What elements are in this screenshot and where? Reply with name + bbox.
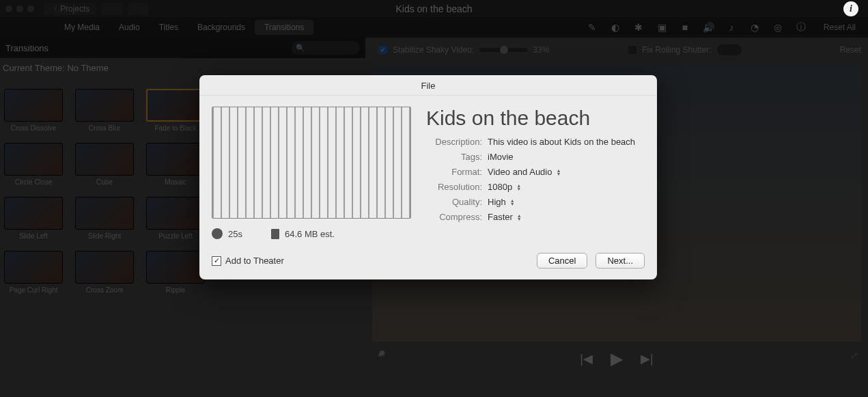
transition-cell[interactable]: Mosaic xyxy=(146,143,205,186)
transition-thumbnail xyxy=(4,143,63,176)
transition-label: Page Curl Right xyxy=(10,286,58,294)
transition-thumbnail xyxy=(75,143,134,176)
transition-thumbnail xyxy=(4,251,63,284)
export-filesize: 64.6 MB est. xyxy=(285,229,335,239)
tab-transitions[interactable]: Transitions xyxy=(255,20,313,35)
clock-icon xyxy=(212,228,223,239)
color-wheel-icon[interactable]: ✱ xyxy=(633,22,644,33)
checkmark-icon: ✓ xyxy=(212,256,221,266)
transition-label: Mosaic xyxy=(165,178,186,186)
transition-label: Cube xyxy=(96,178,113,186)
prev-frame-button[interactable]: |◀ xyxy=(580,351,593,366)
fullscreen-icon[interactable]: ⤢ xyxy=(850,350,858,361)
tags-input[interactable]: iMovie xyxy=(488,152,514,162)
transition-cell[interactable]: Cube xyxy=(75,143,134,186)
add-to-theater-checkbox[interactable]: ✓ Add to Theater xyxy=(212,256,284,266)
transition-label: Cross Dissolve xyxy=(11,124,57,132)
transition-thumbnail xyxy=(146,197,205,230)
rolling-shutter-label: Fix Rolling Shutter: xyxy=(642,45,711,55)
next-frame-button[interactable]: ▶| xyxy=(641,351,654,366)
transition-label: Cross Zoom xyxy=(86,286,123,294)
tab-my-media[interactable]: My Media xyxy=(55,20,109,35)
theme-value: No Theme xyxy=(67,63,108,73)
next-button[interactable]: Next... xyxy=(596,253,645,269)
file-icon xyxy=(271,229,279,239)
transition-cell[interactable]: Puzzle Left xyxy=(146,197,205,240)
tab-backgrounds[interactable]: Backgrounds xyxy=(188,20,255,35)
transition-cell[interactable]: Page Curl Right xyxy=(4,251,63,294)
quality-select[interactable]: High xyxy=(488,197,506,207)
section-header: Transitions xyxy=(5,43,48,53)
transition-cell[interactable]: Slide Left xyxy=(4,197,63,240)
transition-thumbnail xyxy=(4,89,63,122)
transition-label: Cross Blur xyxy=(89,124,121,132)
transition-thumbnail xyxy=(4,197,63,230)
stabilize-reset-button[interactable]: Reset xyxy=(840,45,861,55)
resolution-label: Resolution: xyxy=(426,182,482,192)
transition-label: Fade to Black xyxy=(154,124,196,132)
add-to-theater-label: Add to Theater xyxy=(225,256,284,266)
stabilize-label: Stabilize Shaky Video: xyxy=(393,45,474,55)
compress-select[interactable]: Faster xyxy=(488,212,513,222)
search-input[interactable]: 🔍 xyxy=(292,41,360,55)
tab-audio[interactable]: Audio xyxy=(109,20,150,35)
volume-icon[interactable]: 🔊 xyxy=(703,22,714,33)
transition-cell[interactable]: Slide Right xyxy=(75,197,134,240)
equalizer-icon[interactable]: ♪ xyxy=(726,22,737,33)
transition-cell[interactable]: Cross Blur xyxy=(75,89,134,132)
description-label: Description: xyxy=(426,137,482,147)
transition-thumbnail xyxy=(75,89,134,122)
transition-cell[interactable]: Cross Zoom xyxy=(75,251,134,294)
stabilize-checkbox[interactable]: ✓ xyxy=(379,46,387,54)
transition-cell[interactable]: Fade to Black xyxy=(146,89,205,132)
color-balance-icon[interactable]: ◐ xyxy=(610,22,621,33)
info-icon[interactable]: i xyxy=(843,1,858,16)
description-input[interactable]: This video is about Kids on the beach xyxy=(488,137,635,147)
project-title: Kids on the beach xyxy=(0,3,868,14)
overlay-icon[interactable]: ◎ xyxy=(772,22,783,33)
format-stepper-icon[interactable]: ▲▼ xyxy=(556,169,561,176)
crop-icon[interactable]: ▣ xyxy=(656,22,667,33)
theme-label: Current Theme: xyxy=(3,63,65,73)
compress-label: Compress: xyxy=(426,212,482,222)
compress-stepper-icon[interactable]: ▲▼ xyxy=(517,214,522,221)
transition-label: Ripple xyxy=(166,286,185,294)
export-project-name: Kids on the beach xyxy=(426,107,645,130)
transition-label: Slide Right xyxy=(88,232,121,240)
transition-label: Slide Left xyxy=(19,232,48,240)
stabilize-slider[interactable] xyxy=(479,48,527,52)
export-file-dialog: File 25s 64.6 MB est. Kids on the beach … xyxy=(199,75,657,279)
tab-titles[interactable]: Titles xyxy=(150,20,188,35)
camera-icon[interactable]: ■ xyxy=(680,22,690,33)
transition-cell[interactable]: Cross Dissolve xyxy=(4,89,63,132)
resolution-stepper-icon[interactable]: ▲▼ xyxy=(516,184,521,191)
export-duration: 25s xyxy=(228,229,242,239)
rolling-shutter-switch[interactable] xyxy=(717,44,742,55)
transition-cell[interactable]: Ripple xyxy=(146,251,205,294)
speed-icon[interactable]: ◔ xyxy=(749,22,760,33)
cancel-button[interactable]: Cancel xyxy=(537,253,587,269)
transition-thumbnail xyxy=(146,89,205,122)
export-thumbnail xyxy=(212,107,411,219)
transition-thumbnail xyxy=(75,251,134,284)
resolution-select[interactable]: 1080p xyxy=(488,182,512,192)
play-button[interactable]: ▶ xyxy=(611,349,623,368)
tags-label: Tags: xyxy=(426,152,482,162)
format-label: Format: xyxy=(426,167,482,177)
quality-label: Quality: xyxy=(426,197,482,207)
reset-all-button[interactable]: Reset All xyxy=(824,23,856,32)
stabilize-percent: 33% xyxy=(533,45,549,55)
transition-thumbnail xyxy=(75,197,134,230)
transition-cell[interactable]: Circle Close xyxy=(4,143,63,186)
transition-label: Puzzle Left xyxy=(158,232,192,240)
transition-thumbnail xyxy=(146,143,205,176)
wand-icon[interactable]: ✎ xyxy=(587,22,598,33)
info-panel-icon[interactable]: ⓘ xyxy=(796,22,807,33)
format-select[interactable]: Video and Audio xyxy=(488,167,552,177)
dialog-title: File xyxy=(199,75,657,96)
transition-thumbnail xyxy=(146,251,205,284)
rolling-shutter-checkbox[interactable] xyxy=(628,46,636,54)
quality-stepper-icon[interactable]: ▲▼ xyxy=(510,199,515,206)
transition-label: Circle Close xyxy=(15,178,52,186)
search-icon: 🔍 xyxy=(296,44,305,53)
